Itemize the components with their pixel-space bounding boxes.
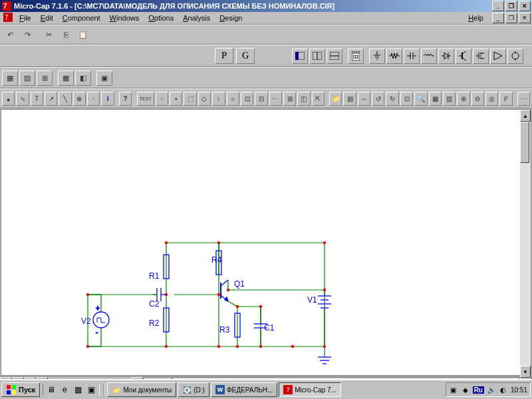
text-tool-icon[interactable]: T <box>31 92 43 106</box>
tool-a[interactable]: ▫ <box>156 92 168 106</box>
tool-f[interactable]: ⟐ <box>227 92 239 106</box>
extra5-button[interactable]: ◧ <box>75 70 91 86</box>
ql-desktop-icon[interactable]: 🖥 <box>45 384 57 396</box>
cut-button[interactable]: ✂ <box>41 27 57 43</box>
ground-icon[interactable] <box>369 49 385 64</box>
extra6-button[interactable]: ▣ <box>96 70 112 86</box>
clock[interactable]: 10:51 <box>511 386 527 394</box>
tool-b[interactable]: ▪ <box>170 92 182 106</box>
extra1-button[interactable]: ▦ <box>2 70 18 86</box>
extra3-button[interactable]: ⊞ <box>37 70 53 86</box>
flag-icon[interactable]: · <box>87 92 100 106</box>
extra4-button[interactable]: ▩ <box>58 70 74 86</box>
task-microcap[interactable]: 7Micro-Cap 7... <box>279 382 341 397</box>
panel1-button[interactable] <box>292 49 308 64</box>
help-icon[interactable]: ? <box>119 92 132 106</box>
tool-m[interactable]: ↔ <box>358 92 370 106</box>
ql-app2-icon[interactable]: ▣ <box>85 384 97 396</box>
tool-g[interactable]: ⊡ <box>241 92 253 106</box>
titlebar: 7 Micro-Cap 7.1.6 - [C:\MC7\DATA\МОДЕЛЬ … <box>0 0 532 12</box>
menu-component[interactable]: Component <box>58 13 105 23</box>
menu-file[interactable]: FFileile <box>15 13 36 23</box>
opamp-icon[interactable] <box>490 49 506 64</box>
select-icon[interactable]: ▴ <box>2 92 15 106</box>
tool-d[interactable]: ◇ <box>198 92 211 106</box>
start-button[interactable]: Пуск <box>1 382 40 397</box>
calc-button[interactable] <box>348 49 364 64</box>
mdi-minimize-button[interactable]: _ <box>492 13 504 23</box>
resistor-icon[interactable] <box>386 49 402 64</box>
zoom-out-icon[interactable]: ⊖ <box>471 92 484 106</box>
rotate-cw-icon[interactable]: ↻ <box>386 92 398 106</box>
menu-design[interactable]: Design <box>215 13 247 23</box>
svg-point-12 <box>353 55 354 57</box>
wire-icon[interactable]: ∿ <box>16 92 29 106</box>
ql-ie-icon[interactable]: е <box>59 384 70 396</box>
source-icon[interactable] <box>507 49 523 64</box>
scroll-up-button[interactable]: ▲ <box>520 110 531 122</box>
vscroll-thumb[interactable] <box>520 122 529 163</box>
inductor-icon[interactable] <box>421 49 437 64</box>
g-button[interactable]: G <box>236 48 255 64</box>
copy-button[interactable]: ⎘ <box>58 27 74 43</box>
more-icon[interactable]: ⋯ <box>517 92 530 106</box>
mdi-icon[interactable]: 7 <box>1 13 15 23</box>
menu-help[interactable]: Help <box>464 13 488 23</box>
extra2-button[interactable]: ▨ <box>19 70 35 86</box>
svg-point-16 <box>355 57 356 59</box>
panel2-button[interactable] <box>309 49 325 64</box>
find-icon[interactable]: 🔍 <box>414 92 427 106</box>
tool-c[interactable]: ⬚ <box>184 92 196 106</box>
capacitor-icon[interactable] <box>404 49 420 64</box>
tool-l[interactable]: ▤ <box>343 92 356 106</box>
redo-button[interactable]: ↷ <box>19 27 35 43</box>
tool-j[interactable]: ◫ <box>297 92 310 106</box>
tool-p[interactable]: ▥ <box>443 92 456 106</box>
tool-o[interactable]: ▦ <box>429 92 442 106</box>
grid-icon[interactable]: ⊞ <box>283 92 296 106</box>
undo-button[interactable]: ↶ <box>2 27 18 43</box>
tool-k[interactable]: ⇱ <box>312 92 325 106</box>
paste-button[interactable]: 📋 <box>75 27 91 43</box>
maximize-button[interactable]: ❐ <box>505 1 517 11</box>
textlabel-button[interactable]: TEXT <box>137 92 154 106</box>
ql-app1-icon[interactable]: ▦ <box>72 384 84 396</box>
tool-i[interactable]: ⋯ <box>269 92 282 106</box>
diag-icon[interactable]: ╲ <box>59 92 71 106</box>
p-button[interactable]: P <box>215 48 233 64</box>
zoom-in-icon[interactable]: ⊕ <box>457 92 469 106</box>
tool-e[interactable]: ↕ <box>212 92 225 106</box>
transistor-icon[interactable] <box>456 49 471 64</box>
tray-icon-1[interactable]: ▣ <box>449 385 458 394</box>
minimize-button[interactable]: _ <box>492 1 504 11</box>
language-indicator[interactable]: Ru <box>473 386 484 394</box>
diode-icon[interactable] <box>438 49 454 64</box>
close-button[interactable]: ✕ <box>519 1 531 11</box>
mosfet-icon[interactable] <box>473 49 489 64</box>
task-drive-d[interactable]: 💽(D:) <box>178 382 209 397</box>
vertical-scrollbar[interactable]: ▲ ▼ <box>520 110 531 375</box>
menu-windows[interactable]: Windows <box>105 13 144 23</box>
task-word[interactable]: WФЕДЕРАЛЬН... <box>211 382 277 397</box>
font-icon[interactable]: F <box>499 92 512 106</box>
menu-edit[interactable]: Edit <box>36 13 58 23</box>
folder-icon[interactable]: 📁 <box>329 92 342 106</box>
tool-q[interactable]: ◎ <box>485 92 498 106</box>
mdi-restore-button[interactable]: ❐ <box>505 13 517 23</box>
rotate-ccw-icon[interactable]: ↺ <box>372 92 384 106</box>
panel3-button[interactable] <box>327 49 342 64</box>
task-mydocs[interactable]: 📁Мои документы <box>107 382 176 397</box>
tray-icon-3[interactable]: ◐ <box>499 385 508 394</box>
line-icon[interactable]: ↗ <box>45 92 57 106</box>
menu-options[interactable]: Options <box>144 13 178 23</box>
scroll-down-button[interactable]: ▼ <box>520 366 531 378</box>
tool-h[interactable]: ⊟ <box>255 92 267 106</box>
bus-icon[interactable]: ⊗ <box>73 92 86 106</box>
mdi-close-button[interactable]: ✕ <box>519 13 531 23</box>
menu-analysis[interactable]: Analysis <box>178 13 215 23</box>
info-icon[interactable]: i <box>101 92 114 106</box>
tray-icon-2[interactable]: ◆ <box>461 385 470 394</box>
schematic-canvas[interactable]: + - R1 R2 R3 R4 C1 C2 Q1 V1 V2 ▲ ▼ <box>1 109 531 376</box>
tray-volume-icon[interactable]: 🔊 <box>487 385 496 394</box>
tool-n[interactable]: ⊡ <box>400 92 413 106</box>
